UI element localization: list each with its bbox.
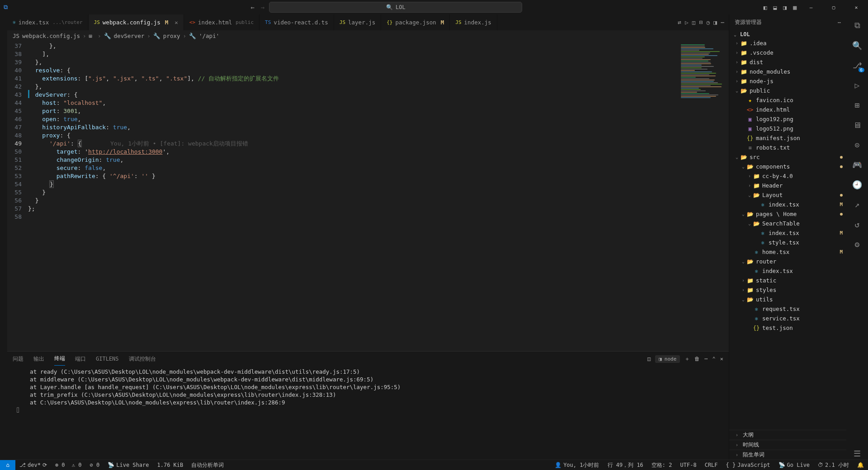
panel-more-icon[interactable]: ⋯ (704, 356, 708, 362)
tree-src[interactable]: ⌄📂src (729, 152, 846, 162)
tree-public[interactable]: ⌄📂public (729, 86, 846, 95)
outline-section[interactable]: ›大纲 (729, 430, 846, 440)
breadcrumb-item[interactable]: '/api' (199, 33, 219, 39)
tree-components[interactable]: ⌄📂components (729, 162, 846, 171)
run-icon[interactable]: ▷ (685, 19, 689, 26)
time-tracker[interactable]: ⏱ 2.1 小时 (814, 460, 853, 470)
language-mode[interactable]: { } JavaScript (722, 460, 774, 470)
blame-status[interactable]: 👤 You, 1小时前 (551, 460, 603, 470)
copy-icon[interactable]: ⧉ (851, 19, 863, 32)
problems[interactable]: ⊗ 0 ⚠ 0 (51, 460, 86, 470)
panel-tab-端口[interactable]: 端口 (75, 352, 86, 366)
kill-terminal-icon[interactable]: 🗑 (694, 356, 700, 362)
unfamiliar-section[interactable]: ›陌生单词 (729, 450, 846, 460)
editor[interactable]: 3738394041424344454647484950515253545556… (7, 41, 729, 351)
breadcrumb[interactable]: JSwebpack.config.js›⊞›🔧devServer›🔧proxy›… (7, 30, 729, 41)
tree-Layout[interactable]: ⌄📂Layout (729, 190, 846, 200)
tree-index.html[interactable]: <>index.html (729, 105, 846, 114)
panel-tab-输出[interactable]: 输出 (33, 352, 44, 366)
tree-logo192.png[interactable]: ▣logo192.png (729, 114, 846, 124)
breadcrumb-item[interactable]: devServer (114, 33, 145, 39)
panel-close-icon[interactable]: ✕ (720, 356, 723, 362)
panel-maximize-icon[interactable]: ⌃ (712, 356, 716, 362)
close-icon[interactable]: ✕ (175, 19, 178, 26)
cursor-position[interactable]: 行 49，列 16 (604, 460, 647, 470)
layout-right-icon[interactable]: ◨ (783, 4, 787, 11)
panel-tab-终端[interactable]: 终端 (54, 352, 65, 366)
auto-analyze[interactable]: 自动分析单词 (187, 460, 228, 470)
ports[interactable]: ⊘ 0 (86, 460, 104, 470)
tab-video-react.d.ts[interactable]: TSvideo-react.d.ts (259, 14, 334, 30)
tree-test.json[interactable]: {}test.json (729, 323, 846, 333)
window-minimize[interactable]: — (803, 5, 819, 10)
go-live[interactable]: 📡 Go Live (774, 460, 814, 470)
code-content[interactable]: }, ], }, resolve: { extensions: [".js", … (28, 41, 679, 351)
timeline-icon[interactable]: 🕘 (851, 178, 863, 191)
window-close[interactable]: ✕ (848, 5, 864, 10)
tree-pages \ Home[interactable]: ⌄📂pages \ Home (729, 209, 846, 219)
panel-tab-调试控制台[interactable]: 调试控制台 (129, 352, 156, 366)
tree-request.tsx[interactable]: ⚛request.tsx (729, 304, 846, 314)
tree-index.tsx[interactable]: ⚛index.tsx (729, 266, 846, 276)
settings-sync-icon[interactable]: ⚙ (851, 238, 863, 250)
command-center[interactable]: 🔍 LOL (269, 2, 522, 13)
layout-bottom-icon[interactable]: ⬓ (774, 4, 777, 11)
breadcrumb-item[interactable]: proxy (163, 33, 180, 39)
compare-icon[interactable]: ⇄ (678, 19, 681, 26)
panel-tab-问题[interactable]: 问题 (13, 352, 24, 366)
game-icon[interactable]: 🎮 (851, 158, 863, 171)
tree-node_modules[interactable]: ›📁node_modules (729, 67, 846, 76)
encoding[interactable]: UTF-8 (676, 460, 701, 470)
tree-router[interactable]: ⌄📂router (729, 257, 846, 266)
git-branch[interactable]: ⎇ dev* ⟳ (15, 460, 51, 470)
tree-index.tsx[interactable]: ⚛index.tsxM (729, 228, 846, 238)
tree-styles[interactable]: ›📁styles (729, 285, 846, 295)
tree-favicon.ico[interactable]: ★favicon.ico (729, 95, 846, 105)
window-maximize[interactable]: ▢ (826, 5, 842, 10)
tab-index.js[interactable]: JSindex.js (450, 14, 497, 30)
tree-style.tsx[interactable]: ⚛style.tsx (729, 238, 846, 247)
notifications-icon[interactable]: 🔔 (853, 460, 868, 470)
tab-index.tsx[interactable]: ⚛index.tsx...\router (7, 14, 89, 30)
tree-home.tsx[interactable]: ⚛home.tsxM (729, 247, 846, 257)
tree-service.tsx[interactable]: ⚛service.tsx (729, 314, 846, 323)
new-terminal-icon[interactable]: ＋ (684, 355, 690, 363)
testing-icon[interactable]: ⊙ (851, 138, 863, 151)
tree-.vscode[interactable]: ›📁.vscode (729, 48, 846, 57)
split-terminal-icon[interactable]: ◫ (647, 356, 651, 362)
minimap[interactable] (679, 41, 729, 351)
more-icon[interactable]: ⋯ (721, 19, 724, 26)
tab-index.html[interactable]: <>index.htmlpublic (184, 14, 259, 30)
tab-package.json[interactable]: {}package.jsonM (381, 14, 450, 30)
tree-robots.txt[interactable]: ≡robots.txt (729, 143, 846, 152)
remote-icon[interactable]: 🖥 (851, 118, 863, 131)
timeline-section[interactable]: ›时间线 (729, 440, 846, 450)
terminal-output[interactable]: at ready (C:\Users\ASUS\Desktop\LOL\node… (7, 366, 729, 460)
tree-SearchTable[interactable]: ⌄📂SearchTable (729, 219, 846, 228)
nav-forward-icon[interactable]: → (259, 4, 266, 11)
tree-static[interactable]: ›📁static (729, 276, 846, 285)
tree-Header[interactable]: ›📁Header (729, 181, 846, 190)
panel-tab-GITLENS[interactable]: GITLENS (96, 353, 119, 365)
tab-layer.js[interactable]: JSlayer.js (334, 14, 381, 30)
run-debug-icon[interactable]: ▷ (851, 79, 863, 91)
tree-index.tsx[interactable]: ⚛index.tsxM (729, 200, 846, 209)
layout-left-icon[interactable]: ◧ (764, 4, 767, 11)
tree-cc-by-4.0[interactable]: ›📁cc-by-4.0 (729, 171, 846, 181)
extensions-icon[interactable]: ⊞ (851, 99, 863, 111)
customize-layout-icon[interactable]: ▦ (793, 4, 797, 11)
search-icon[interactable]: 🔍 (851, 39, 863, 52)
timeline-icon[interactable]: ◷ (707, 19, 710, 26)
menu-icon[interactable]: ☰ (851, 447, 863, 460)
tab-webpack.config.js[interactable]: JSwebpack.config.jsM✕ (89, 14, 184, 30)
indentation[interactable]: 空格: 2 (647, 460, 676, 470)
eol[interactable]: CRLF (701, 460, 722, 470)
tree-.idea[interactable]: ›📁.idea (729, 38, 846, 48)
source-control-icon[interactable]: ⎇6 (851, 59, 863, 71)
live-share[interactable]: 📡 Live Share (104, 460, 153, 470)
tree-dist[interactable]: ›📁dist (729, 57, 846, 67)
remote-button[interactable]: ⌂ (0, 460, 15, 470)
tree-manifest.json[interactable]: {}manifest.json (729, 133, 846, 143)
breadcrumb-item[interactable]: webpack.config.js (22, 33, 80, 39)
explorer-root[interactable]: ⌄LOL (729, 30, 846, 38)
